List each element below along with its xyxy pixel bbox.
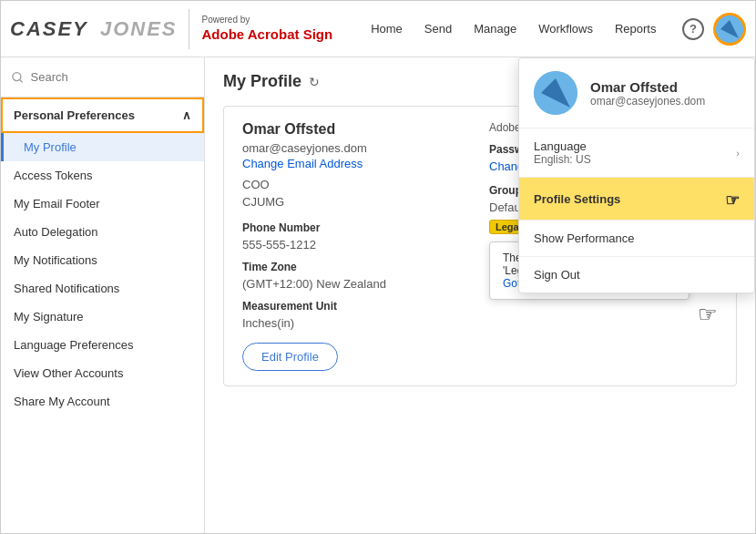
dropdown-language-item[interactable]: Language English: US ›	[519, 128, 754, 178]
language-item-content: Language English: US	[534, 139, 591, 166]
sidebar-item-shared-notifications[interactable]: Shared Notifications	[1, 274, 204, 303]
page-layout: Personal Preferences ∧ My Profile Access…	[1, 57, 755, 534]
dropdown-show-performance-item[interactable]: Show Performance	[519, 221, 754, 257]
search-icon	[12, 71, 24, 84]
dropdown-user-info: Omar Offsted omar@caseyjones.dom	[590, 79, 705, 108]
page-title: My Profile	[223, 72, 301, 91]
change-email-link[interactable]: Change Email Address	[242, 157, 363, 170]
nav-home[interactable]: Home	[369, 18, 404, 39]
sidebar-item-auto-delegation[interactable]: Auto Delegation	[1, 218, 204, 246]
dropdown-avatar	[534, 71, 577, 115]
main-content: My Profile ↻ Omar Offsted omar@caseyjone…	[205, 57, 755, 534]
casey-jones-logo: CASEY JONES	[10, 17, 178, 41]
sidebar: Personal Preferences ∧ My Profile Access…	[1, 57, 205, 534]
phone-label: Phone Number	[242, 221, 471, 234]
timezone-label: Time Zone	[242, 261, 471, 273]
powered-by-text: Powered by	[202, 14, 333, 26]
header: CASEY JONES Powered by Adobe Acrobat Sig…	[1, 1, 755, 57]
cursor-hand-icon: ☞	[725, 190, 740, 211]
show-performance-label: Show Performance	[534, 231, 635, 245]
measurement-value: Inches(in)	[242, 316, 471, 330]
header-right: ?	[682, 13, 746, 46]
nav-reports[interactable]: Reports	[613, 18, 659, 39]
nav-workflows[interactable]: Workflows	[536, 18, 595, 39]
profile-name: Omar Offsted	[242, 121, 471, 138]
sidebar-item-my-profile[interactable]: My Profile	[1, 133, 204, 161]
refresh-icon[interactable]: ↻	[309, 75, 320, 89]
personal-preferences-label: Personal Preferences	[14, 108, 135, 122]
language-label: Language	[534, 139, 591, 153]
dropdown-menu: Omar Offsted omar@caseyjones.dom Languag…	[518, 57, 755, 293]
adobe-brand: Powered by Adobe Acrobat Sign	[202, 14, 333, 44]
edit-profile-button[interactable]: Edit Profile	[242, 343, 338, 371]
sidebar-item-share-my-account[interactable]: Share My Account	[1, 387, 204, 416]
sidebar-item-my-signature[interactable]: My Signature	[1, 303, 204, 331]
collapse-icon: ∧	[182, 108, 191, 122]
user-avatar-button[interactable]	[713, 13, 746, 46]
sidebar-item-view-other-accounts[interactable]: View Other Accounts	[1, 359, 204, 387]
svg-point-1	[13, 72, 21, 80]
nav-manage[interactable]: Manage	[472, 18, 518, 39]
profile-left: Omar Offsted omar@caseyjones.dom Change …	[242, 121, 471, 371]
dropdown-user-name: Omar Offsted	[590, 79, 705, 95]
nav-send[interactable]: Send	[423, 18, 454, 39]
help-icon[interactable]: ?	[682, 18, 704, 40]
logo-area: CASEY JONES Powered by Adobe Acrobat Sig…	[10, 9, 332, 49]
search-box	[1, 57, 204, 98]
sign-out-label: Sign Out	[534, 268, 580, 282]
tooltip-cursor-icon: ☞	[489, 302, 718, 327]
dropdown-user-email: omar@caseyjones.dom	[590, 95, 705, 108]
chevron-right-icon: ›	[736, 148, 740, 159]
profile-fields: Phone Number 555-555-1212 Time Zone (GMT…	[242, 221, 471, 330]
dropdown-sign-out-item[interactable]: Sign Out	[519, 257, 754, 293]
header-divider	[189, 9, 189, 49]
dropdown-avatar-svg	[534, 71, 577, 115]
personal-preferences-section[interactable]: Personal Preferences ∧	[1, 98, 204, 133]
sidebar-item-language-preferences[interactable]: Language Preferences	[1, 331, 204, 359]
avatar-svg	[716, 15, 743, 43]
dropdown-overlay: Omar Offsted omar@caseyjones.dom Languag…	[518, 57, 755, 293]
sidebar-item-email-footer[interactable]: My Email Footer	[1, 190, 204, 218]
sidebar-item-access-tokens[interactable]: Access Tokens	[1, 161, 204, 190]
profile-settings-label: Profile Settings	[534, 192, 620, 206]
main-nav: Home Send Manage Workflows Reports	[369, 18, 682, 39]
brand-name-text: Adobe Acrobat Sign	[202, 26, 333, 44]
profile-job-title: COO	[242, 178, 471, 191]
svg-line-2	[20, 79, 23, 82]
measurement-label: Measurement Unit	[242, 300, 471, 313]
dropdown-profile-settings-item[interactable]: Profile Settings ☞	[519, 178, 754, 221]
search-input[interactable]	[31, 70, 193, 84]
phone-value: 555-555-1212	[242, 238, 471, 252]
timezone-value: (GMT+12:00) New Zealand	[242, 277, 471, 291]
language-value: English: US	[534, 153, 591, 166]
profile-email: omar@caseyjones.dom	[242, 141, 471, 155]
sidebar-nav: Personal Preferences ∧ My Profile Access…	[1, 98, 204, 534]
dropdown-user-header: Omar Offsted omar@caseyjones.dom	[519, 58, 754, 128]
sidebar-item-my-notifications[interactable]: My Notifications	[1, 246, 204, 274]
profile-company: CJUMG	[242, 195, 471, 209]
